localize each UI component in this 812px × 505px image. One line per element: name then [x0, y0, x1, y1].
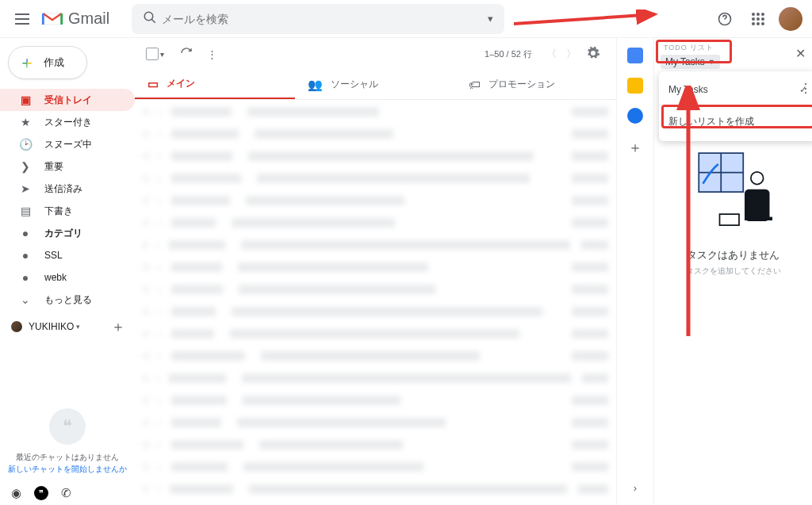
tasks-more-icon[interactable]: ⋮	[799, 81, 812, 96]
empty-subtitle: タスクを追加してください	[686, 266, 781, 277]
svg-rect-17	[719, 214, 739, 225]
label-icon: ●	[17, 249, 33, 262]
message-list[interactable]: ☆☆☆☆☆☆☆☆☆☆☆☆☆☆☆☆☆☆☆☆☆☆	[135, 100, 616, 505]
contacts-icon[interactable]: ◉	[11, 486, 21, 500]
svg-point-7	[761, 17, 764, 21]
menu-item-new-list[interactable]: 新しいリストを作成	[659, 107, 812, 136]
mail-row[interactable]: ☆	[143, 281, 608, 298]
nav-スヌーズ中[interactable]: 🕑スヌーズ中	[0, 133, 135, 155]
task-list-picker[interactable]: My Tasks ▼	[661, 55, 720, 69]
labels-user: YUKIHIKO	[29, 321, 74, 332]
tasks-panel: TODO リスト My Tasks ▼ ✕ My Tasks ✓ 新しいリストを…	[653, 38, 812, 505]
tab-ソーシャル[interactable]: 👥ソーシャル	[295, 70, 455, 99]
nav-重要[interactable]: ❯重要	[0, 155, 135, 178]
nav-送信済み[interactable]: ➤送信済み	[0, 178, 135, 200]
svg-point-6	[756, 17, 760, 21]
mail-row[interactable]: ☆	[143, 170, 608, 187]
caret-down-icon: ▼	[708, 58, 715, 66]
inbox-icon: ▭	[147, 77, 159, 91]
nav-もっと見る[interactable]: ⌄もっと見る	[0, 289, 135, 311]
nav-SSL[interactable]: ●SSL	[0, 244, 135, 266]
prev-page[interactable]: 〈	[542, 47, 561, 61]
compose-label: 作成	[44, 55, 64, 70]
mail-row[interactable]: ☆	[143, 103, 608, 121]
inbox-icon: ▣	[17, 94, 33, 106]
tag-icon: 🏷	[469, 78, 481, 91]
mail-row[interactable]: ☆	[143, 414, 608, 431]
phone-icon[interactable]: ✆	[61, 486, 71, 500]
nav-webk[interactable]: ●webk	[0, 266, 135, 289]
support-icon[interactable]	[712, 6, 737, 32]
mail-row[interactable]: ☆	[143, 436, 608, 453]
mail-main: ▾ ⋮ 1–50 / 52 行 〈 〉 ▭メイン👥ソーシャル🏷プロモーション ☆…	[135, 38, 617, 505]
mail-row[interactable]: ☆	[143, 480, 608, 498]
mail-row[interactable]: ☆	[143, 369, 608, 387]
settings-icon[interactable]	[581, 46, 605, 63]
brand-text: Gmail	[68, 10, 109, 28]
close-panel-button[interactable]: ✕	[795, 46, 806, 61]
more-icon: ⌄	[17, 293, 33, 306]
mail-row[interactable]: ☆	[143, 236, 608, 254]
mail-row[interactable]: ☆	[143, 125, 608, 143]
mail-row[interactable]: ☆	[143, 147, 608, 165]
nav-スター付き[interactable]: ★スター付き	[0, 111, 135, 133]
nav-受信トレイ[interactable]: ▣受信トレイ	[0, 89, 135, 111]
hangouts-tab-icon[interactable]: ❞	[34, 486, 48, 500]
label-avatar	[11, 321, 22, 332]
search-options-icon[interactable]: ▾	[483, 13, 498, 25]
svg-point-10	[761, 22, 764, 25]
addons-plus-icon[interactable]: ＋	[628, 138, 642, 157]
mail-row[interactable]: ☆	[143, 458, 608, 476]
mail-row[interactable]: ☆	[143, 325, 608, 342]
account-avatar[interactable]	[779, 7, 802, 31]
side-rail: ＋ ›	[617, 38, 653, 505]
next-page[interactable]: 〉	[561, 47, 581, 61]
select-all-checkbox[interactable]	[146, 48, 159, 60]
page-range: 1–50 / 52 行	[485, 48, 532, 60]
compose-button[interactable]: ＋ 作成	[8, 46, 87, 79]
calendar-app-icon[interactable]	[627, 48, 643, 63]
main-menu-button[interactable]	[6, 3, 38, 35]
plus-icon: ＋	[18, 54, 36, 71]
label-icon: ●	[17, 271, 33, 284]
gmail-logo[interactable]: Gmail	[41, 10, 109, 28]
nav-下書き[interactable]: ▤下書き	[0, 200, 135, 222]
svg-point-15	[750, 172, 763, 185]
svg-point-8	[752, 22, 755, 25]
nav-カテゴリ[interactable]: ●カテゴリ	[0, 222, 135, 244]
tasks-header: TODO リスト	[664, 43, 806, 53]
tasks-empty-state: タスクはありません タスクを追加してください	[661, 145, 806, 277]
hangouts-icon: ❝	[49, 408, 86, 445]
svg-rect-16	[745, 217, 772, 220]
mail-row[interactable]: ☆	[143, 303, 608, 320]
search-input[interactable]	[162, 13, 483, 25]
task-list-menu: My Tasks ✓ 新しいリストを作成	[659, 71, 812, 141]
tab-メイン[interactable]: ▭メイン	[135, 70, 295, 99]
collapse-rail-icon[interactable]: ›	[634, 482, 637, 494]
search-bar[interactable]: ▾	[132, 4, 504, 34]
more-button[interactable]: ⋮	[207, 48, 217, 60]
labels-header[interactable]: YUKIHIKO ▾ ＋	[0, 311, 135, 339]
start-chat-link[interactable]: 新しいチャットを開始しませんか	[6, 463, 128, 475]
task-list-name: My Tasks	[665, 56, 705, 67]
keep-app-icon[interactable]	[627, 78, 643, 94]
tab-プロモーション[interactable]: 🏷プロモーション	[456, 70, 616, 99]
add-label-button[interactable]: ＋	[111, 317, 125, 336]
svg-point-3	[756, 13, 760, 16]
select-all-dropdown[interactable]: ▾	[160, 50, 164, 59]
important-icon: ❯	[17, 160, 33, 173]
chat-empty-text: 最近のチャットはありません	[6, 451, 128, 463]
apps-icon[interactable]	[745, 6, 771, 32]
draft-icon: ▤	[17, 205, 33, 217]
mail-row[interactable]: ☆	[143, 347, 608, 365]
tasks-app-icon[interactable]	[627, 108, 643, 124]
svg-point-9	[756, 22, 760, 25]
menu-item-mytasks[interactable]: My Tasks ✓	[659, 76, 812, 103]
mail-row[interactable]: ☆	[143, 192, 608, 209]
search-icon	[138, 10, 162, 27]
refresh-button[interactable]	[180, 47, 193, 62]
clock-icon: 🕑	[17, 138, 33, 151]
mail-row[interactable]: ☆	[143, 214, 608, 231]
mail-row[interactable]: ☆	[143, 392, 608, 409]
mail-row[interactable]: ☆	[143, 258, 608, 276]
